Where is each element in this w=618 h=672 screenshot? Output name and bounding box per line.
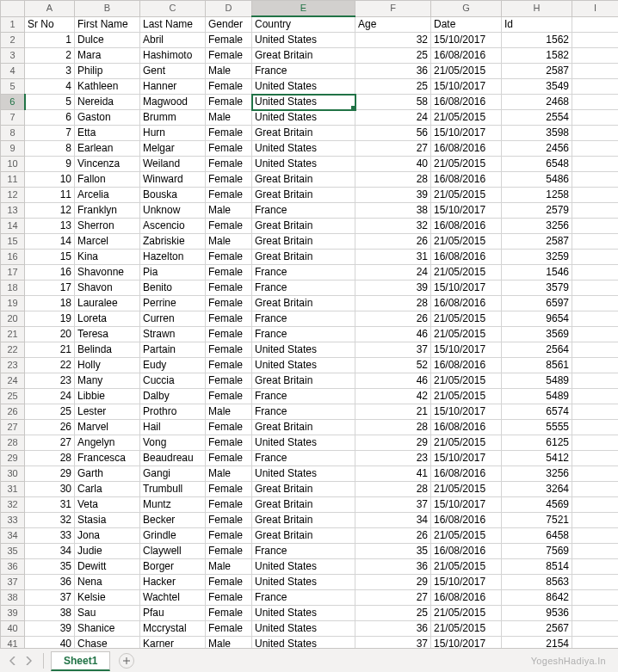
cell[interactable]: 32 — [355, 219, 431, 234]
column-header-F[interactable]: F — [355, 1, 431, 17]
cell[interactable]: France — [252, 590, 355, 606]
cell[interactable] — [572, 373, 619, 389]
cell[interactable]: 8 — [25, 141, 75, 157]
cell[interactable]: 4569 — [502, 497, 572, 513]
cell[interactable]: 21/05/2015 — [431, 157, 502, 172]
cell[interactable]: 5489 — [502, 389, 572, 404]
cell[interactable]: Female — [206, 544, 252, 559]
cell[interactable]: Female — [206, 358, 252, 373]
cell[interactable]: 1546 — [502, 265, 572, 281]
cell[interactable]: Great Britain — [252, 219, 355, 234]
cell[interactable]: 3256 — [502, 466, 572, 482]
row-header[interactable]: 18 — [1, 281, 25, 296]
cell[interactable]: Gangi — [140, 466, 206, 482]
cell[interactable]: 37 — [355, 342, 431, 358]
cell[interactable]: 36 — [25, 575, 75, 590]
cell[interactable]: Cuccia — [140, 373, 206, 389]
column-header-C[interactable]: C — [140, 1, 206, 17]
cell[interactable] — [572, 544, 619, 559]
cell[interactable]: United States — [252, 157, 355, 172]
cell[interactable]: Great Britain — [252, 250, 355, 265]
cell[interactable]: Great Britain — [252, 234, 355, 250]
cell[interactable]: Grindle — [140, 528, 206, 544]
row-header[interactable]: 34 — [1, 528, 25, 544]
cell[interactable]: 2468 — [502, 95, 572, 110]
cell[interactable]: 1562 — [502, 33, 572, 48]
cell[interactable]: Veta — [75, 497, 140, 513]
cell[interactable] — [572, 482, 619, 497]
cell[interactable]: 39 — [355, 281, 431, 296]
cell[interactable]: United States — [252, 358, 355, 373]
cell[interactable]: Hurn — [140, 126, 206, 141]
cell[interactable] — [572, 219, 619, 234]
cell[interactable]: 5 — [25, 95, 75, 110]
cell[interactable]: 8642 — [502, 590, 572, 606]
cell[interactable]: 5486 — [502, 172, 572, 188]
row-header[interactable]: 10 — [1, 157, 25, 172]
cell[interactable]: Dewitt — [75, 559, 140, 575]
cell[interactable]: Female — [206, 389, 252, 404]
cell[interactable]: First Name — [75, 16, 140, 33]
cell[interactable] — [572, 141, 619, 157]
cell[interactable]: Partain — [140, 342, 206, 358]
cell[interactable]: 16/08/2016 — [431, 48, 502, 64]
cell[interactable]: Great Britain — [252, 497, 355, 513]
cell[interactable]: 38 — [355, 203, 431, 219]
cell[interactable] — [572, 157, 619, 172]
cell[interactable]: 16/08/2016 — [431, 172, 502, 188]
cell[interactable]: 20 — [25, 327, 75, 342]
cell[interactable]: 31 — [25, 497, 75, 513]
cell[interactable]: Ascencio — [140, 219, 206, 234]
cell[interactable]: 31 — [355, 250, 431, 265]
cell[interactable]: Male — [206, 64, 252, 79]
cell[interactable]: Borger — [140, 559, 206, 575]
cell[interactable]: Karner — [140, 637, 206, 649]
cell[interactable]: Male — [206, 203, 252, 219]
cell[interactable] — [572, 342, 619, 358]
cell[interactable]: Great Britain — [252, 513, 355, 528]
cell[interactable]: Female — [206, 528, 252, 544]
cell[interactable]: 16/08/2016 — [431, 296, 502, 311]
cell[interactable]: Female — [206, 281, 252, 296]
cell[interactable]: Country — [252, 16, 355, 33]
cell[interactable]: 21/05/2015 — [431, 311, 502, 327]
cell[interactable]: Perrine — [140, 296, 206, 311]
cell[interactable]: Gent — [140, 64, 206, 79]
cell[interactable]: Female — [206, 219, 252, 234]
cell[interactable]: 1582 — [502, 48, 572, 64]
cell[interactable]: 21/05/2015 — [431, 327, 502, 342]
cell[interactable]: 16/08/2016 — [431, 95, 502, 110]
cell[interactable]: Female — [206, 590, 252, 606]
cell[interactable]: Teresa — [75, 327, 140, 342]
cell[interactable]: United States — [252, 606, 355, 621]
cell[interactable]: 1258 — [502, 188, 572, 203]
row-header[interactable]: 35 — [1, 544, 25, 559]
cell[interactable]: Sau — [75, 606, 140, 621]
cell[interactable]: Weiland — [140, 157, 206, 172]
column-header-I[interactable]: I — [572, 1, 619, 17]
cell[interactable]: 8514 — [502, 559, 572, 575]
column-header-A[interactable]: A — [25, 1, 75, 17]
cell[interactable]: Mccrystal — [140, 621, 206, 637]
cell[interactable]: 5555 — [502, 420, 572, 435]
cell[interactable]: Great Britain — [252, 373, 355, 389]
cell[interactable]: 21/05/2015 — [431, 389, 502, 404]
cell[interactable]: 28 — [25, 451, 75, 466]
cell[interactable]: Curren — [140, 311, 206, 327]
row-header[interactable]: 32 — [1, 497, 25, 513]
cell[interactable]: 3264 — [502, 482, 572, 497]
cell[interactable] — [572, 606, 619, 621]
cell[interactable]: 11 — [25, 188, 75, 203]
row-header[interactable]: 23 — [1, 358, 25, 373]
cell[interactable]: Prothro — [140, 404, 206, 420]
row-header[interactable]: 14 — [1, 219, 25, 234]
row-header[interactable]: 29 — [1, 451, 25, 466]
cell[interactable]: 25 — [355, 606, 431, 621]
cell[interactable]: 23 — [355, 451, 431, 466]
cell[interactable]: Jona — [75, 528, 140, 544]
cell[interactable]: Male — [206, 637, 252, 649]
cell[interactable]: 17 — [25, 281, 75, 296]
row-header[interactable]: 3 — [1, 48, 25, 64]
cell[interactable]: 1 — [25, 33, 75, 48]
row-header[interactable]: 16 — [1, 250, 25, 265]
